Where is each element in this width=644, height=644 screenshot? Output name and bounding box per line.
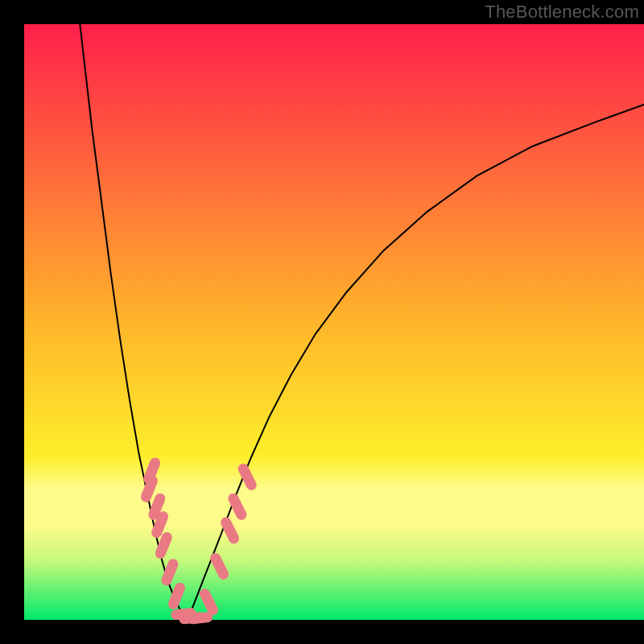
marker-dot	[160, 538, 167, 554]
marker-dot	[147, 481, 153, 497]
marker-dot	[193, 617, 208, 619]
marker-dot	[154, 498, 160, 514]
marker-dot	[205, 594, 213, 610]
marker-dot	[157, 517, 163, 533]
marker-dot	[167, 564, 173, 580]
marker-dot	[173, 588, 180, 604]
bottleneck-curve	[0, 0, 644, 644]
marker-dot	[216, 558, 224, 574]
chart-frame: TheBottleneck.com	[0, 0, 644, 644]
marker-dot	[233, 498, 242, 514]
curve-markers	[147, 463, 252, 619]
marker-dot	[226, 522, 234, 539]
curve-left-branch	[80, 24, 188, 620]
curve-right-branch	[188, 105, 644, 620]
marker-dot	[243, 469, 251, 485]
